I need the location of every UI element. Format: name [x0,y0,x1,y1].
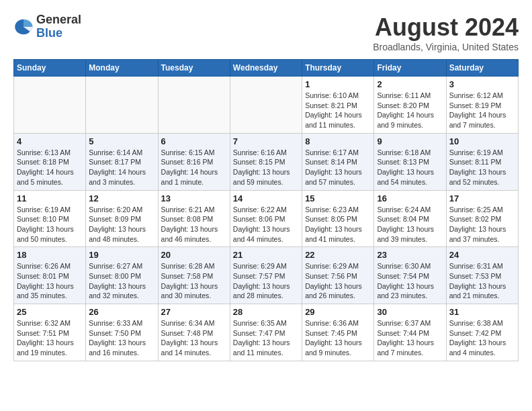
calendar-cell: 6Sunrise: 6:15 AM Sunset: 8:16 PM Daylig… [158,133,230,190]
calendar-cell: 29Sunrise: 6:36 AM Sunset: 7:45 PM Dayli… [302,304,374,361]
day-info: Sunrise: 6:17 AM Sunset: 8:14 PM Dayligh… [305,148,371,187]
day-number: 16 [377,193,443,203]
calendar-cell: 24Sunrise: 6:31 AM Sunset: 7:53 PM Dayli… [446,247,518,304]
calendar-cell: 25Sunrise: 6:32 AM Sunset: 7:51 PM Dayli… [14,304,86,361]
day-info: Sunrise: 6:34 AM Sunset: 7:48 PM Dayligh… [161,318,227,358]
day-number: 21 [233,250,299,260]
week-row-4: 18Sunrise: 6:26 AM Sunset: 8:01 PM Dayli… [14,247,519,304]
day-info: Sunrise: 6:16 AM Sunset: 8:15 PM Dayligh… [233,148,299,187]
week-row-3: 11Sunrise: 6:19 AM Sunset: 8:10 PM Dayli… [14,190,519,247]
calendar-cell: 16Sunrise: 6:24 AM Sunset: 8:04 PM Dayli… [374,190,446,247]
day-number: 6 [161,136,227,146]
day-number: 31 [449,307,515,317]
day-info: Sunrise: 6:19 AM Sunset: 8:11 PM Dayligh… [449,148,515,187]
calendar-cell [86,77,158,134]
calendar-cell: 28Sunrise: 6:35 AM Sunset: 7:47 PM Dayli… [230,304,302,361]
day-info: Sunrise: 6:15 AM Sunset: 8:16 PM Dayligh… [161,148,227,187]
day-info: Sunrise: 6:29 AM Sunset: 7:56 PM Dayligh… [305,261,371,301]
calendar-cell [230,77,302,134]
calendar-cell: 21Sunrise: 6:29 AM Sunset: 7:57 PM Dayli… [230,247,302,304]
logo-text: General Blue [36,13,81,40]
day-number: 27 [161,307,227,317]
calendar-cell: 26Sunrise: 6:33 AM Sunset: 7:50 PM Dayli… [86,304,158,361]
week-row-5: 25Sunrise: 6:32 AM Sunset: 7:51 PM Dayli… [14,304,519,361]
day-header-sunday: Sunday [14,60,86,77]
calendar-cell: 12Sunrise: 6:20 AM Sunset: 8:09 PM Dayli… [86,190,158,247]
calendar-cell: 18Sunrise: 6:26 AM Sunset: 8:01 PM Dayli… [14,247,86,304]
calendar-cell: 8Sunrise: 6:17 AM Sunset: 8:14 PM Daylig… [302,133,374,190]
day-info: Sunrise: 6:33 AM Sunset: 7:50 PM Dayligh… [89,318,154,358]
day-number: 26 [89,307,154,317]
day-number: 23 [377,250,443,260]
calendar-cell: 9Sunrise: 6:18 AM Sunset: 8:13 PM Daylig… [374,133,446,190]
page-header: General Blue August 2024 Broadlands, Vir… [13,13,519,52]
day-header-tuesday: Tuesday [158,60,230,77]
day-info: Sunrise: 6:21 AM Sunset: 8:08 PM Dayligh… [161,205,227,244]
calendar-cell: 5Sunrise: 6:14 AM Sunset: 8:17 PM Daylig… [86,133,158,190]
calendar-cell: 31Sunrise: 6:38 AM Sunset: 7:42 PM Dayli… [446,304,518,361]
logo-blue: Blue [36,27,81,40]
logo: General Blue [13,13,81,40]
day-number: 5 [89,136,154,146]
day-number: 29 [305,307,371,317]
day-number: 17 [449,193,515,203]
day-number: 19 [89,250,154,260]
day-number: 20 [161,250,227,260]
day-number: 30 [377,307,443,317]
calendar-cell: 19Sunrise: 6:27 AM Sunset: 8:00 PM Dayli… [86,247,158,304]
day-number: 2 [377,79,443,89]
day-header-saturday: Saturday [446,60,518,77]
calendar-cell: 20Sunrise: 6:28 AM Sunset: 7:58 PM Dayli… [158,247,230,304]
day-info: Sunrise: 6:18 AM Sunset: 8:13 PM Dayligh… [377,148,443,187]
day-number: 15 [305,193,371,203]
calendar-cell: 15Sunrise: 6:23 AM Sunset: 8:05 PM Dayli… [302,190,374,247]
day-header-wednesday: Wednesday [230,60,302,77]
day-info: Sunrise: 6:14 AM Sunset: 8:17 PM Dayligh… [89,148,154,187]
day-number: 28 [233,307,299,317]
day-info: Sunrise: 6:13 AM Sunset: 8:18 PM Dayligh… [17,148,83,187]
calendar: SundayMondayTuesdayWednesdayThursdayFrid… [13,59,519,361]
day-info: Sunrise: 6:27 AM Sunset: 8:00 PM Dayligh… [89,261,154,301]
day-info: Sunrise: 6:32 AM Sunset: 7:51 PM Dayligh… [17,318,83,358]
calendar-cell: 27Sunrise: 6:34 AM Sunset: 7:48 PM Dayli… [158,304,230,361]
day-number: 18 [17,250,83,260]
logo-icon [13,17,34,37]
day-info: Sunrise: 6:20 AM Sunset: 8:09 PM Dayligh… [89,205,154,244]
day-info: Sunrise: 6:37 AM Sunset: 7:44 PM Dayligh… [377,318,443,358]
location: Broadlands, Virginia, United States [373,42,519,52]
day-number: 4 [17,136,83,146]
day-number: 13 [161,193,227,203]
day-number: 12 [89,193,154,203]
calendar-cell: 11Sunrise: 6:19 AM Sunset: 8:10 PM Dayli… [14,190,86,247]
calendar-cell: 7Sunrise: 6:16 AM Sunset: 8:15 PM Daylig… [230,133,302,190]
day-info: Sunrise: 6:38 AM Sunset: 7:42 PM Dayligh… [449,318,515,358]
day-info: Sunrise: 6:30 AM Sunset: 7:54 PM Dayligh… [377,261,443,301]
day-number: 24 [449,250,515,260]
calendar-cell: 13Sunrise: 6:21 AM Sunset: 8:08 PM Dayli… [158,190,230,247]
logo-general: General [36,13,81,27]
day-info: Sunrise: 6:29 AM Sunset: 7:57 PM Dayligh… [233,261,299,301]
day-number: 25 [17,307,83,317]
calendar-cell: 4Sunrise: 6:13 AM Sunset: 8:18 PM Daylig… [14,133,86,190]
day-info: Sunrise: 6:19 AM Sunset: 8:10 PM Dayligh… [17,205,83,244]
day-info: Sunrise: 6:24 AM Sunset: 8:04 PM Dayligh… [377,205,443,244]
day-info: Sunrise: 6:22 AM Sunset: 8:06 PM Dayligh… [233,205,299,244]
calendar-cell [158,77,230,134]
calendar-header-row: SundayMondayTuesdayWednesdayThursdayFrid… [14,60,519,77]
calendar-cell: 2Sunrise: 6:11 AM Sunset: 8:20 PM Daylig… [374,77,446,134]
day-number: 7 [233,136,299,146]
calendar-cell: 30Sunrise: 6:37 AM Sunset: 7:44 PM Dayli… [374,304,446,361]
day-info: Sunrise: 6:31 AM Sunset: 7:53 PM Dayligh… [449,261,515,301]
day-info: Sunrise: 6:36 AM Sunset: 7:45 PM Dayligh… [305,318,371,358]
week-row-2: 4Sunrise: 6:13 AM Sunset: 8:18 PM Daylig… [14,133,519,190]
week-row-1: 1Sunrise: 6:10 AM Sunset: 8:21 PM Daylig… [14,77,519,134]
day-number: 11 [17,193,83,203]
day-number: 3 [449,79,515,89]
calendar-cell: 14Sunrise: 6:22 AM Sunset: 8:06 PM Dayli… [230,190,302,247]
day-number: 14 [233,193,299,203]
day-header-monday: Monday [86,60,158,77]
day-info: Sunrise: 6:23 AM Sunset: 8:05 PM Dayligh… [305,205,371,244]
day-number: 9 [377,136,443,146]
calendar-cell [14,77,86,134]
calendar-cell: 22Sunrise: 6:29 AM Sunset: 7:56 PM Dayli… [302,247,374,304]
